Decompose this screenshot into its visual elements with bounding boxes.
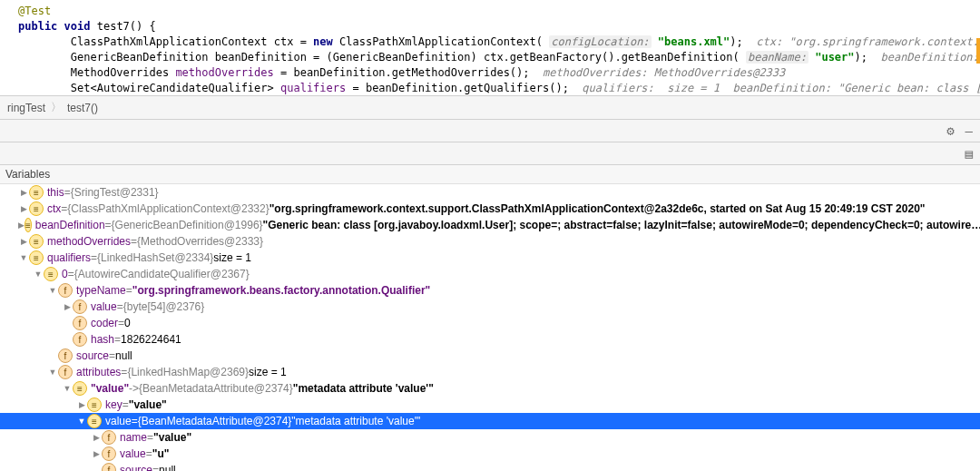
var-typename-value[interactable]: fvalue = {byte[54]@2376} [0, 299, 980, 315]
minimize-icon[interactable]: — [965, 123, 973, 138]
var-coder[interactable]: fcoder = 0 [0, 315, 980, 331]
field-icon: f [58, 283, 73, 298]
object-icon: ≡ [73, 381, 87, 396]
var-this[interactable]: ≡this = {SringTest@2331} [0, 184, 980, 201]
debug-toolbar-2: ▤ [0, 142, 980, 165]
object-icon: ≡ [87, 414, 102, 428]
crumb-class[interactable]: ringTest [7, 102, 45, 114]
collapse-icon[interactable] [18, 253, 29, 262]
var-beandef[interactable]: ≡beanDefinition = {GenericBeanDefinition… [0, 217, 980, 233]
object-icon: ≡ [29, 250, 44, 265]
expand-icon[interactable] [91, 433, 102, 442]
field-icon: f [58, 348, 73, 363]
collapse-icon[interactable] [47, 286, 58, 295]
gutter-stripe [976, 38, 980, 64]
expand-icon[interactable] [76, 400, 87, 409]
object-icon: ≡ [29, 185, 44, 200]
field-icon: f [58, 365, 73, 379]
var-qualifiers[interactable]: ≡qualifiers = {LinkedHashSet@2334} size … [0, 250, 980, 266]
expand-icon[interactable] [18, 188, 29, 197]
var-source[interactable]: fsource = null [0, 348, 980, 364]
var-value-selected[interactable]: ≡value = {BeanMetadataAttribute@2374} "m… [0, 413, 980, 429]
collapse-icon[interactable] [62, 384, 73, 393]
layout-icon[interactable]: ▤ [965, 146, 973, 161]
field-icon: f [73, 299, 87, 314]
debug-toolbar: ⚙ — [0, 120, 980, 142]
var-qualifiers-0[interactable]: ≡0 = {AutowireCandidateQualifier@2367} [0, 266, 980, 282]
crumb-method[interactable]: test7() [67, 102, 98, 114]
variables-panel-title: Variables [0, 165, 980, 184]
object-icon: ≡ [29, 201, 44, 216]
code-line: MethodOverrides methodOverrides = beanDe… [18, 65, 971, 81]
var-attr-entry[interactable]: ≡"value" -> {BeanMetadataAttribute@2374}… [0, 380, 980, 397]
field-icon: f [102, 446, 116, 461]
expand-icon[interactable] [18, 204, 29, 213]
variables-tree[interactable]: ≡this = {SringTest@2331} ≡ctx = {ClassPa… [0, 184, 980, 471]
gear-icon[interactable]: ⚙ [946, 123, 954, 138]
var-value-source[interactable]: fsource = null [0, 462, 980, 471]
var-value-name[interactable]: fname = "value" [0, 429, 980, 446]
code-line: Set<AutowireCandidateQualifier> qualifie… [18, 81, 971, 95]
chevron-icon: 〉 [51, 100, 62, 115]
var-typename[interactable]: ftypeName = "org.springframework.beans.f… [0, 282, 980, 299]
field-icon: f [73, 332, 87, 347]
code-editor[interactable]: @Test public void test7() { ClassPathXml… [0, 0, 980, 95]
expand-icon[interactable] [18, 221, 24, 230]
code-line: public void test7() { [18, 19, 971, 34]
object-icon: ≡ [44, 267, 58, 281]
var-methodoverrides[interactable]: ≡methodOverrides = {MethodOverrides@2333… [0, 233, 980, 250]
var-ctx[interactable]: ≡ctx = {ClassPathXmlApplicationContext@2… [0, 201, 980, 217]
object-icon: ≡ [29, 234, 44, 249]
object-icon: ≡ [24, 218, 32, 232]
code-line: GenericBeanDefinition beanDefinition = (… [18, 50, 971, 65]
breadcrumb[interactable]: ringTest 〉 test7() [0, 95, 980, 120]
collapse-icon[interactable] [47, 368, 58, 377]
expand-icon[interactable] [18, 237, 29, 246]
field-icon: f [73, 316, 87, 330]
var-hash[interactable]: fhash = 1826224641 [0, 331, 980, 348]
var-value-value[interactable]: fvalue = "u" [0, 446, 980, 462]
code-line: ClassPathXmlApplicationContext ctx = new… [18, 34, 971, 50]
collapse-icon[interactable] [76, 417, 87, 426]
expand-icon[interactable] [91, 449, 102, 458]
var-key[interactable]: ≡key = "value" [0, 397, 980, 413]
field-icon: f [102, 430, 116, 445]
code-line: @Test [18, 4, 971, 19]
field-icon: f [102, 463, 116, 471]
collapse-icon[interactable] [33, 270, 44, 279]
object-icon: ≡ [87, 397, 102, 412]
expand-icon[interactable] [62, 302, 73, 311]
var-attributes[interactable]: fattributes = {LinkedHashMap@2369} size … [0, 364, 980, 380]
annotation: @Test [18, 5, 51, 17]
